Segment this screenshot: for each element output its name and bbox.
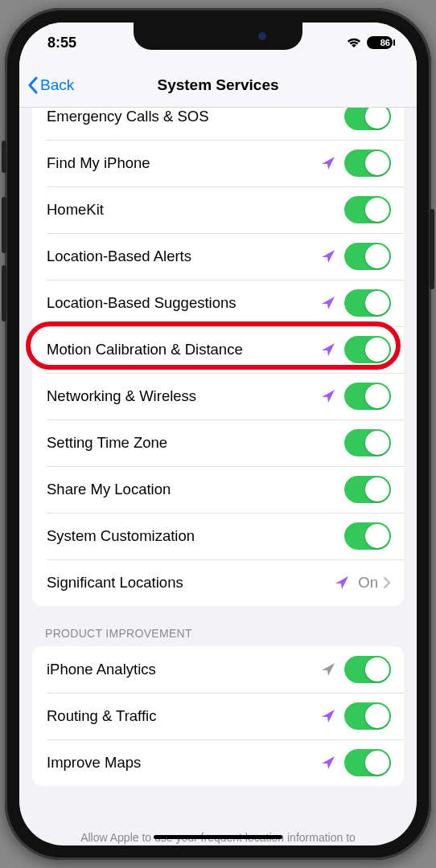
settings-row[interactable]: Location-Based Alerts bbox=[32, 233, 404, 280]
settings-row[interactable]: iPhone Analytics bbox=[32, 646, 404, 693]
toggle-switch[interactable] bbox=[344, 289, 391, 317]
settings-row[interactable]: Improve Maps bbox=[32, 739, 404, 786]
location-arrow-icon bbox=[320, 708, 336, 724]
toggle-switch[interactable] bbox=[344, 429, 391, 457]
row-label: Emergency Calls & SOS bbox=[47, 108, 344, 125]
back-label: Back bbox=[40, 76, 74, 94]
location-arrow-icon bbox=[320, 155, 336, 171]
back-button[interactable]: Back bbox=[27, 76, 74, 94]
power-button bbox=[430, 209, 434, 289]
location-arrow-icon bbox=[320, 248, 336, 264]
chevron-left-icon bbox=[27, 76, 39, 94]
status-right: 86 bbox=[346, 36, 393, 49]
location-arrow-icon bbox=[320, 295, 336, 311]
settings-row[interactable]: HomeKit bbox=[32, 186, 404, 233]
home-indicator[interactable] bbox=[154, 835, 282, 839]
location-arrow-icon bbox=[334, 575, 350, 591]
row-value: On bbox=[358, 574, 378, 592]
toggle-switch[interactable] bbox=[344, 336, 391, 363]
row-label: Routing & Traffic bbox=[47, 707, 320, 725]
settings-row[interactable]: System Customization bbox=[32, 513, 404, 559]
page-title: System Services bbox=[19, 76, 417, 94]
location-arrow-icon bbox=[320, 342, 336, 358]
location-arrow-icon bbox=[320, 388, 336, 404]
row-label: Motion Calibration & Distance bbox=[47, 341, 320, 358]
volume-up bbox=[2, 197, 6, 253]
row-label: Location-Based Suggestions bbox=[47, 294, 320, 312]
location-arrow-icon bbox=[320, 755, 336, 771]
settings-row[interactable]: Motion Calibration & Distance bbox=[32, 326, 404, 373]
nav-bar: Back System Services bbox=[19, 63, 417, 108]
product-improvement-list: iPhone Analytics Routing & Traffic Impro… bbox=[32, 646, 404, 786]
notch bbox=[134, 23, 302, 50]
row-label: Share My Location bbox=[47, 481, 344, 498]
battery-value: 86 bbox=[380, 38, 390, 47]
row-label: HomeKit bbox=[47, 201, 344, 219]
settings-row[interactable]: Share My Location bbox=[32, 466, 404, 513]
mute-switch bbox=[2, 141, 6, 173]
row-label: Setting Time Zone bbox=[47, 434, 344, 452]
battery-icon: 86 bbox=[367, 36, 393, 49]
content-scroll[interactable]: Emergency Calls & SOS Find My iPhone Hom… bbox=[19, 108, 417, 845]
section-header-product-improvement: PRODUCT IMPROVEMENT bbox=[19, 606, 417, 646]
wifi-icon bbox=[346, 37, 362, 48]
row-label: iPhone Analytics bbox=[47, 661, 320, 678]
toggle-switch[interactable] bbox=[344, 196, 391, 223]
toggle-switch[interactable] bbox=[344, 476, 391, 503]
row-label: Significant Locations bbox=[47, 574, 334, 592]
row-label: Improve Maps bbox=[47, 754, 320, 772]
settings-row[interactable]: Location-Based Suggestions bbox=[32, 280, 404, 326]
settings-row[interactable]: Setting Time Zone bbox=[32, 420, 404, 466]
toggle-switch[interactable] bbox=[344, 108, 391, 130]
toggle-switch[interactable] bbox=[344, 243, 391, 270]
location-arrow-icon bbox=[320, 661, 336, 678]
row-label: Location-Based Alerts bbox=[47, 248, 320, 265]
phone-frame: 8:55 86 Back System Services bbox=[5, 8, 431, 860]
settings-row[interactable]: Routing & Traffic bbox=[32, 693, 404, 739]
row-label: Networking & Wireless bbox=[47, 387, 320, 405]
row-label: System Customization bbox=[47, 527, 344, 545]
status-time: 8:55 bbox=[47, 35, 76, 51]
chevron-right-icon bbox=[383, 576, 391, 589]
toggle-switch[interactable] bbox=[344, 383, 391, 410]
screen: 8:55 86 Back System Services bbox=[19, 23, 417, 845]
toggle-switch[interactable] bbox=[344, 749, 391, 776]
toggle-switch[interactable] bbox=[344, 522, 391, 550]
settings-row[interactable]: Find My iPhone bbox=[32, 140, 404, 186]
settings-row[interactable]: Emergency Calls & SOS bbox=[32, 108, 404, 140]
significant-locations-row[interactable]: Significant Locations On bbox=[32, 559, 404, 606]
toggle-switch[interactable] bbox=[344, 149, 391, 177]
row-label: Find My iPhone bbox=[47, 154, 320, 172]
toggle-switch[interactable] bbox=[344, 702, 391, 730]
settings-row[interactable]: Networking & Wireless bbox=[32, 373, 404, 420]
volume-down bbox=[2, 265, 6, 321]
toggle-switch[interactable] bbox=[344, 656, 391, 683]
system-services-list: Emergency Calls & SOS Find My iPhone Hom… bbox=[32, 108, 404, 606]
